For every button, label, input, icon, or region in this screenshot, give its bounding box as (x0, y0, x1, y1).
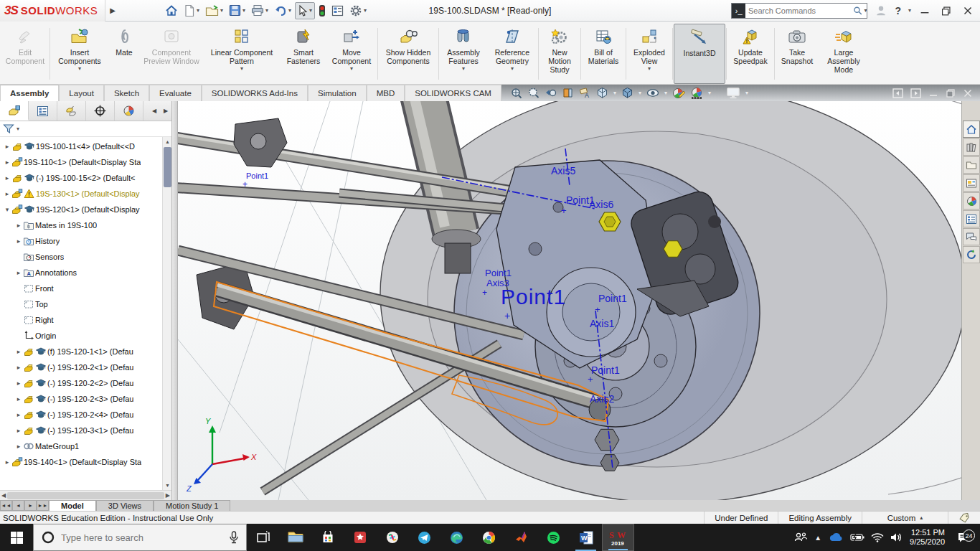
annotation-views-icon[interactable]: A (579, 87, 591, 99)
taskpane-appearances-button[interactable] (963, 192, 980, 209)
taskbar-wunderlist[interactable] (344, 524, 376, 551)
doc-close-icon[interactable] (963, 88, 973, 98)
manager-tabs-scroll-right[interactable]: ▶ (160, 101, 171, 121)
tree-item-11[interactable]: Right (0, 312, 162, 328)
tab-nav-first[interactable]: ◄◄ (0, 500, 12, 511)
expand-arrow[interactable]: ▸ (14, 427, 23, 434)
tree-item-13[interactable]: ▸ (f) 19S-120-1<1> (Defau (0, 344, 162, 359)
tab-assembly[interactable]: Assembly (0, 85, 59, 101)
annotation-label-axis5[interactable]: Axis5 (551, 166, 575, 176)
new-document-button[interactable]: ▾ (182, 2, 202, 19)
doc-tab-model[interactable]: Model (49, 500, 96, 511)
expand-arrow[interactable]: ▸ (14, 269, 23, 276)
expand-arrow[interactable]: ▸ (3, 458, 11, 466)
expand-arrow[interactable]: ▸ (14, 222, 23, 229)
tree-horizontal-scrollbar[interactable]: ◀ ▶ (0, 490, 171, 500)
view-orientation-icon[interactable] (596, 87, 608, 99)
taskbar-spotify[interactable] (537, 524, 570, 551)
taskbar-search[interactable] (33, 524, 247, 551)
notification-center-button[interactable]: 24 (951, 532, 976, 543)
tree-vertical-scrollbar[interactable]: ▲ ▼ (162, 137, 171, 490)
taskbar-edge[interactable] (440, 524, 473, 551)
expand-right-pane-icon[interactable] (910, 88, 921, 98)
ribbon-button-mate[interactable]: Mate (108, 24, 140, 84)
restore-button[interactable] (938, 4, 954, 17)
apply-scene-icon[interactable] (690, 87, 703, 100)
options-button[interactable]: ▾ (347, 2, 369, 19)
print-button[interactable]: ▾ (249, 2, 270, 19)
save-button[interactable]: ▾ (227, 2, 248, 19)
home-button[interactable] (163, 2, 180, 19)
undo-button[interactable]: ▾ (272, 2, 293, 19)
tab-nav-last[interactable]: ►► (37, 500, 49, 511)
taskpane-resources-button[interactable] (963, 121, 980, 138)
search-icon[interactable] (853, 5, 862, 17)
scroll-down-arrow[interactable]: ▼ (163, 481, 172, 490)
point-marker[interactable]: + (561, 206, 567, 215)
tree-item-1[interactable]: ▸ 19S-110<1> (Default<Display Sta (0, 154, 162, 170)
manager-tabs-scroll-left[interactable]: ◀ (149, 101, 160, 121)
tree-item-3[interactable]: ▸ 19S-130<1> (Default<Display (0, 186, 162, 202)
microphone-icon[interactable] (229, 531, 239, 544)
taskbar-microsoft-store[interactable] (311, 524, 344, 551)
taskpane-updates-button[interactable] (963, 246, 980, 263)
minimize-button[interactable] (917, 4, 933, 17)
ribbon-button-take-snapshot[interactable]: Take Snapshot (776, 24, 819, 84)
ribbon-button-component-preview-window[interactable]: Component Preview Window (140, 24, 203, 84)
tree-item-5[interactable]: ▸ Mates in 19S-100 (0, 217, 162, 233)
expand-arrow[interactable]: ▸ (14, 395, 23, 402)
people-icon[interactable] (793, 532, 808, 543)
annotation-label-axis6[interactable]: Axis6 (589, 199, 613, 209)
tab-solidworks-add-ins[interactable]: SOLIDWORKS Add-Ins (202, 85, 308, 101)
tree-item-10[interactable]: Top (0, 296, 162, 312)
scroll-left-arrow[interactable]: ◀ (1, 492, 6, 499)
expand-arrow[interactable]: ▸ (3, 174, 11, 182)
tab-simulation[interactable]: Simulation (308, 85, 367, 101)
open-button[interactable]: ▾ (203, 2, 225, 19)
tray-expand-chevron[interactable]: ▲ (814, 534, 821, 542)
taskpane-design-library-button[interactable] (963, 138, 980, 156)
taskpane-view-palette-button[interactable] (963, 174, 980, 192)
taskbar-chrome[interactable] (473, 524, 505, 551)
ribbon-button-edit-component[interactable]: Edit Component (1, 24, 49, 84)
doc-restore-icon[interactable] (946, 88, 956, 98)
point-marker[interactable]: + (504, 311, 510, 321)
tab-sketch[interactable]: Sketch (104, 85, 149, 101)
expand-arrow[interactable]: ▸ (14, 364, 23, 371)
section-view-icon[interactable] (562, 87, 574, 99)
view-settings-icon[interactable] (726, 87, 740, 99)
tree-item-12[interactable]: Origin (0, 328, 162, 344)
annotation-label-point1[interactable]: Point1 (501, 286, 566, 308)
ribbon-button-show-hidden-components[interactable]: Show Hidden Components (379, 24, 438, 84)
annotation-label-point1[interactable]: Point1 (598, 293, 627, 303)
configuration-selector[interactable]: Custom▴ (862, 512, 948, 524)
scroll-up-arrow[interactable]: ▲ (163, 137, 172, 146)
taskbar-word[interactable]: W (570, 524, 602, 551)
ribbon-button-new-motion-study[interactable]: New Motion Study (540, 24, 580, 84)
panel-splitter[interactable] (172, 101, 178, 500)
select-button[interactable]: ▾ (295, 2, 315, 19)
tab-nav-prev[interactable]: ◄ (12, 500, 24, 511)
filter-funnel-icon[interactable] (3, 123, 14, 134)
tree-item-9[interactable]: Front (0, 281, 162, 296)
tree-item-4[interactable]: ▾ 19S-120<1> (Default<Display (0, 202, 162, 217)
tab-layout[interactable]: Layout (59, 85, 104, 101)
taskbar-search-input[interactable] (61, 532, 223, 543)
tree-item-6[interactable]: ▸ History (0, 233, 162, 249)
ribbon-button-insert-components[interactable]: Insert Components▾ (51, 24, 108, 84)
toolbar-flyout-arrow[interactable]: ▶ (105, 6, 120, 14)
annotation-label-point1[interactable]: Point1 (485, 268, 512, 278)
tree-item-20[interactable]: ▸ 19S-140<1> (Default<Display Sta (0, 454, 162, 470)
task-view-button[interactable] (247, 524, 279, 551)
taskbar-matlab[interactable] (505, 524, 537, 551)
annotation-label-axis2[interactable]: Axis2 (590, 394, 614, 404)
zoom-to-area-icon[interactable] (527, 87, 540, 99)
taskpane-file-explorer-button[interactable] (963, 156, 980, 174)
tab-featuremanager[interactable] (0, 101, 29, 121)
expand-arrow[interactable]: ▸ (3, 159, 11, 166)
collapse-left-pane-icon[interactable] (892, 88, 903, 98)
tag-button[interactable] (948, 512, 980, 524)
tab-nav-next[interactable]: ► (24, 500, 37, 511)
search-scope-icon[interactable]: ›_ (732, 4, 745, 18)
start-button[interactable] (0, 524, 33, 551)
